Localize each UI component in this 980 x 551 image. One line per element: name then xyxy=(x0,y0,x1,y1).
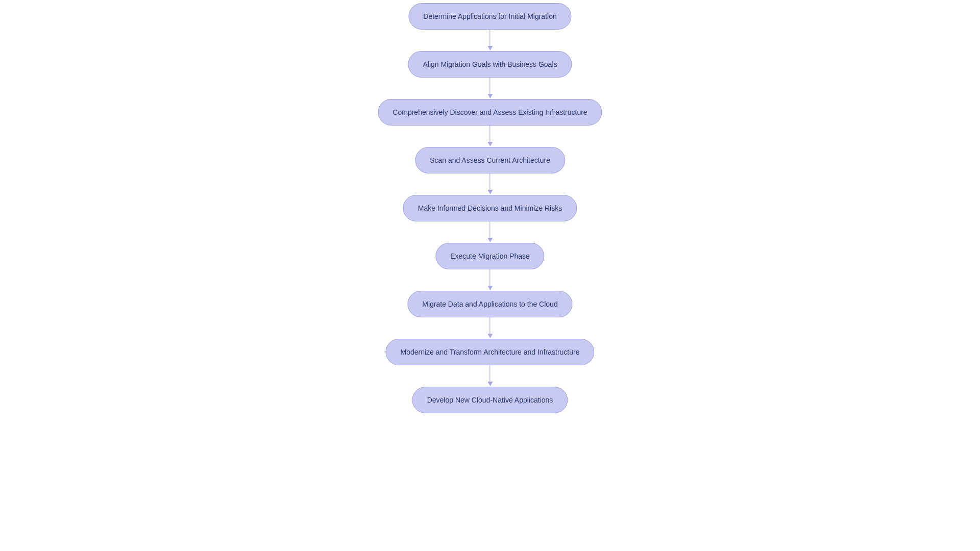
node-label: Determine Applications for Initial Migra… xyxy=(423,12,556,20)
arrow-icon xyxy=(487,365,493,387)
node-label: Make Informed Decisions and Minimize Ris… xyxy=(418,204,562,212)
node-label: Develop New Cloud-Native Applications xyxy=(427,396,553,404)
node-label: Modernize and Transform Architecture and… xyxy=(401,348,580,356)
flowchart-container: Determine Applications for Initial Migra… xyxy=(378,3,602,413)
node-label: Scan and Assess Current Architecture xyxy=(430,156,550,164)
node-label: Migrate Data and Applications to the Clo… xyxy=(422,300,557,308)
flowchart-node: Execute Migration Phase xyxy=(435,243,545,269)
flowchart-node: Develop New Cloud-Native Applications xyxy=(412,387,568,413)
node-label: Execute Migration Phase xyxy=(450,252,530,260)
arrow-icon xyxy=(487,78,493,99)
node-label: Comprehensively Discover and Assess Exis… xyxy=(393,108,587,116)
arrow-icon xyxy=(487,173,493,195)
arrow-icon xyxy=(487,269,493,291)
flowchart-node: Determine Applications for Initial Migra… xyxy=(408,3,571,30)
flowchart-node: Migrate Data and Applications to the Clo… xyxy=(407,291,572,317)
flowchart-node: Make Informed Decisions and Minimize Ris… xyxy=(403,195,577,221)
arrow-icon xyxy=(487,30,493,51)
arrow-icon xyxy=(487,126,493,147)
arrow-icon xyxy=(487,317,493,339)
flowchart-node: Scan and Assess Current Architecture xyxy=(415,147,565,173)
flowchart-node: Comprehensively Discover and Assess Exis… xyxy=(378,99,602,126)
flowchart-node: Align Migration Goals with Business Goal… xyxy=(408,51,572,78)
flowchart-node: Modernize and Transform Architecture and… xyxy=(386,339,595,365)
arrow-icon xyxy=(487,221,493,243)
node-label: Align Migration Goals with Business Goal… xyxy=(423,60,557,68)
